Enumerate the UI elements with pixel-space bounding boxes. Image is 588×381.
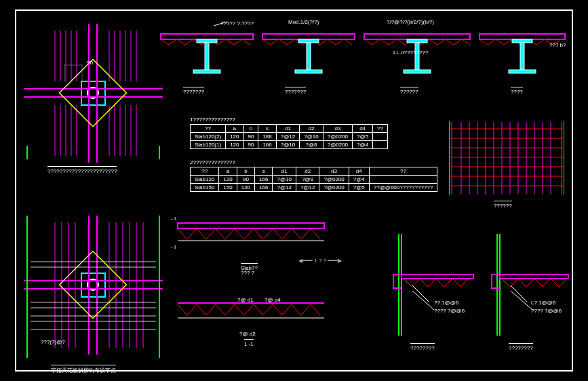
edge2-title: ????????	[509, 343, 533, 351]
svg-rect-41	[307, 43, 311, 70]
edge1-title: ????????	[410, 343, 435, 351]
mid-note2: ??? ?	[241, 270, 254, 276]
svg-line-112	[511, 285, 527, 302]
rebar-plan	[449, 121, 564, 195]
sec3-title: ??????	[400, 87, 418, 95]
slab-table-1: ??absd1d2d3d4??Slab120(2)12090188?@12?@1…	[190, 124, 388, 149]
annot-4: LL.d????????	[393, 49, 428, 56]
edge1-annot2: ???? ?@@6	[434, 308, 465, 314]
sec-i2: - I	[171, 244, 176, 250]
annot-1: ????? ?.????	[220, 20, 254, 26]
svg-rect-43	[364, 34, 470, 39]
d1-label: ?@ d1	[237, 297, 254, 303]
svg-rect-0	[81, 81, 105, 105]
svg-rect-34	[161, 34, 253, 39]
svg-rect-36	[205, 43, 209, 70]
svg-rect-50	[509, 70, 536, 73]
sec2-title: ???????	[285, 87, 306, 95]
svg-rect-40	[298, 39, 319, 43]
mid-arrow: ◀━━━ 1 ? ? ━━━▶	[298, 258, 342, 264]
svg-line-107	[412, 285, 429, 302]
plan-top-title: ???????????????????????	[47, 166, 117, 174]
edge-detail-1	[387, 234, 475, 336]
sec-i: - I	[171, 216, 176, 222]
d4-label: ?@ d4	[264, 297, 281, 303]
svg-rect-35	[197, 39, 217, 43]
svg-line-108	[412, 291, 434, 310]
svg-rect-49	[520, 43, 524, 70]
svg-rect-47	[479, 34, 565, 39]
svg-rect-45	[415, 43, 419, 70]
svg-rect-42	[295, 70, 322, 73]
svg-rect-48	[512, 39, 532, 43]
plan-bottom-annot: ???(?)@?	[41, 339, 65, 345]
drawing-title: 宇拓天花板状柳钩布设节点	[51, 365, 116, 374]
d2-label: ?@ d2	[239, 331, 256, 337]
svg-rect-90	[60, 252, 127, 319]
svg-rect-46	[404, 70, 431, 73]
annot-5: ??? b?	[549, 42, 566, 48]
svg-rect-74	[81, 273, 105, 297]
annot-3: ?/?@?/?(b/2/?)(b/?)	[387, 19, 434, 25]
rebar-plan-title: ??????	[494, 201, 512, 209]
table1-title: 1??????????????	[190, 117, 235, 123]
sec1-title: ???????	[183, 87, 204, 95]
edge1-annot1: ??.1@@6	[434, 300, 458, 306]
section-ibeam-1	[159, 20, 254, 81]
svg-rect-106	[401, 275, 473, 279]
slab-table-2: ??absd1d2d3d4??Slab12012090166?@10?@8?@0…	[190, 167, 437, 192]
annot-2: Mod.1/2(?/?)	[288, 19, 319, 25]
edge2-annot1: L?.1@@6	[531, 300, 555, 306]
svg-rect-44	[407, 39, 427, 43]
truss-section-lower	[176, 302, 326, 329]
edge-detail-2	[485, 234, 570, 336]
svg-rect-39	[262, 34, 355, 39]
svg-rect-100	[178, 223, 324, 228]
sec4-title: ????	[511, 87, 523, 95]
svg-rect-37	[193, 70, 220, 73]
svg-rect-28	[60, 60, 127, 127]
truss-section-upper	[176, 220, 326, 247]
sec-1-1: 1 -1	[244, 339, 254, 347]
table2-title: 2??????????????	[190, 159, 235, 165]
section-ibeam-4	[478, 20, 566, 81]
plan-view-bottom	[24, 216, 163, 358]
dim-label: 90	[87, 60, 93, 66]
svg-line-113	[511, 291, 532, 310]
section-ibeam-2	[261, 20, 356, 81]
edge2-annot2: ???? ?@@6	[531, 308, 562, 314]
svg-rect-111	[500, 275, 568, 279]
plan-view-top	[24, 24, 163, 163]
